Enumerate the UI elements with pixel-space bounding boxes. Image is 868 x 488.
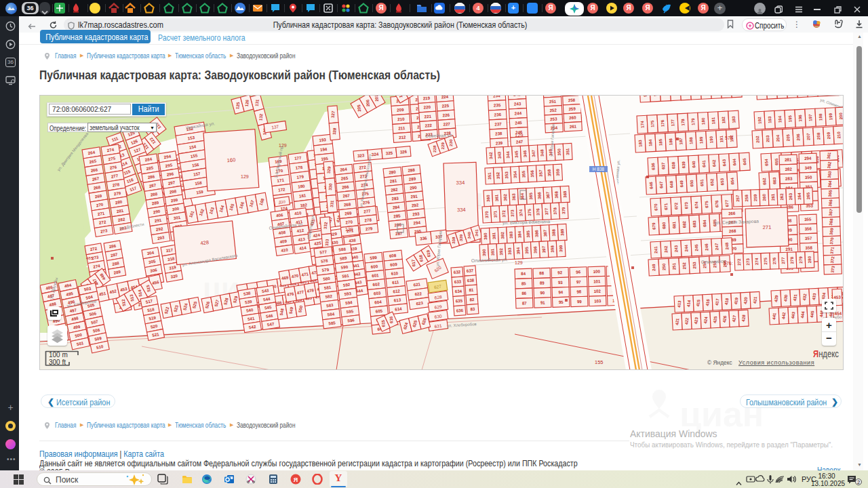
- svg-text:271: 271: [763, 224, 772, 230]
- svg-text:330: 330: [328, 183, 333, 190]
- svg-text:424: 424: [703, 316, 708, 324]
- svg-text:444: 444: [800, 310, 805, 319]
- svg-text:212: 212: [399, 135, 406, 140]
- svg-text:229: 229: [440, 142, 445, 150]
- svg-text:644: 644: [732, 158, 737, 165]
- svg-text:323: 323: [357, 152, 365, 158]
- svg-text:585: 585: [328, 320, 336, 325]
- svg-text:245: 245: [694, 244, 699, 251]
- svg-text:176: 176: [660, 119, 665, 127]
- svg-text:593: 593: [344, 291, 352, 296]
- svg-text:125: 125: [235, 102, 240, 109]
- svg-text:425: 425: [314, 241, 322, 246]
- svg-text:431: 431: [792, 293, 797, 302]
- svg-text:132: 132: [258, 113, 264, 121]
- svg-text:373: 373: [510, 209, 515, 217]
- svg-text:623: 623: [416, 300, 424, 306]
- svg-text:252: 252: [549, 108, 557, 113]
- svg-text:622: 622: [414, 291, 422, 296]
- svg-text:388: 388: [551, 229, 556, 237]
- svg-text:352: 352: [495, 171, 500, 179]
- svg-text:428: 428: [741, 314, 746, 322]
- svg-text:292: 292: [412, 202, 420, 207]
- svg-text:258: 258: [568, 98, 576, 103]
- svg-text:611: 611: [392, 279, 399, 285]
- svg-text:599: 599: [370, 255, 378, 260]
- svg-text:580: 580: [323, 276, 331, 281]
- svg-text:83: 83: [470, 306, 475, 312]
- svg-text:365: 365: [827, 189, 833, 197]
- svg-text:641: 641: [701, 160, 707, 167]
- svg-text:290: 290: [410, 185, 418, 190]
- svg-text:365: 365: [528, 192, 534, 199]
- svg-text:604: 604: [374, 299, 382, 304]
- svg-text:931: 931: [642, 96, 648, 97]
- svg-text:363: 363: [827, 170, 832, 178]
- svg-text:445: 445: [809, 310, 814, 319]
- svg-text:632: 632: [454, 269, 461, 274]
- svg-text:351: 351: [487, 172, 492, 180]
- svg-text:596: 596: [347, 317, 355, 323]
- svg-text:268: 268: [344, 201, 352, 207]
- svg-text:356: 356: [530, 169, 535, 177]
- svg-text:289: 289: [408, 176, 416, 182]
- svg-text:291: 291: [410, 194, 418, 199]
- svg-text:181: 181: [711, 117, 716, 124]
- svg-text:264: 264: [340, 167, 348, 172]
- svg-text:432: 432: [802, 293, 807, 301]
- svg-text:393: 393: [507, 247, 513, 255]
- svg-text:413: 413: [676, 300, 682, 308]
- svg-text:681: 681: [671, 221, 677, 228]
- svg-text:420: 420: [743, 296, 748, 304]
- svg-text:87: 87: [522, 300, 528, 305]
- svg-text:287: 287: [395, 230, 403, 236]
- svg-text:410: 410: [281, 247, 289, 253]
- svg-text:259: 259: [753, 194, 757, 201]
- svg-text:617: 617: [410, 259, 416, 267]
- svg-text:252: 252: [682, 262, 687, 269]
- svg-text:155: 155: [595, 359, 604, 365]
- svg-text:172: 172: [278, 187, 286, 192]
- svg-text:279: 279: [366, 226, 374, 231]
- svg-text:639: 639: [681, 161, 686, 168]
- svg-text:385: 385: [526, 230, 531, 237]
- svg-text:288: 288: [408, 167, 416, 173]
- svg-text:241: 241: [653, 246, 658, 253]
- svg-text:338: 338: [451, 237, 456, 244]
- svg-text:442: 442: [781, 312, 786, 320]
- svg-text:257: 257: [735, 195, 740, 202]
- svg-text:363: 363: [511, 193, 517, 201]
- svg-text:239: 239: [496, 140, 503, 146]
- svg-text:351: 351: [565, 148, 570, 155]
- svg-text:603: 603: [374, 290, 382, 296]
- svg-text:224: 224: [441, 96, 449, 99]
- svg-text:205: 205: [785, 134, 791, 141]
- svg-text:485: 485: [86, 256, 94, 260]
- svg-text:676: 676: [714, 200, 719, 207]
- svg-text:374: 374: [518, 209, 524, 216]
- svg-text:89: 89: [540, 281, 545, 285]
- svg-text:339: 339: [458, 234, 463, 241]
- svg-text:638: 638: [467, 277, 475, 283]
- svg-text:441: 441: [771, 312, 776, 320]
- svg-text:357: 357: [805, 236, 812, 241]
- svg-text:581: 581: [324, 285, 332, 290]
- svg-text:129: 129: [241, 174, 249, 179]
- svg-text:198: 198: [818, 113, 823, 121]
- svg-text:423: 423: [693, 317, 698, 325]
- svg-text:193: 193: [767, 116, 772, 123]
- svg-text:221: 221: [424, 114, 431, 119]
- svg-text:278: 278: [789, 256, 794, 264]
- svg-text:259: 259: [568, 106, 576, 112]
- svg-text:346: 346: [522, 150, 528, 157]
- svg-text:269: 269: [344, 210, 353, 216]
- svg-text:361: 361: [494, 194, 499, 201]
- svg-text:413: 413: [298, 237, 306, 242]
- svg-text:415: 415: [695, 299, 701, 307]
- svg-text:266: 266: [342, 184, 350, 190]
- svg-text:384: 384: [517, 230, 522, 238]
- svg-text:280: 280: [807, 256, 812, 263]
- svg-text:95: 95: [559, 300, 564, 304]
- svg-text:675: 675: [704, 201, 709, 208]
- svg-text:294: 294: [413, 220, 421, 225]
